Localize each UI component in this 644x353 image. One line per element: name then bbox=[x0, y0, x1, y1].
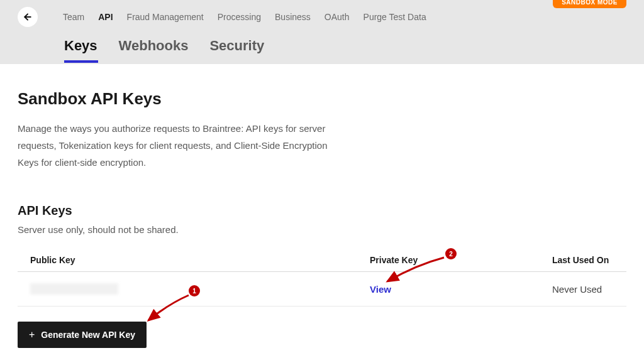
nav-fraud-management[interactable]: Fraud Management bbox=[127, 12, 204, 22]
annotation-arrow-2 bbox=[381, 254, 449, 285]
annotation-badge-1: 1 bbox=[189, 285, 200, 296]
page-title: Sandbox API Keys bbox=[18, 89, 626, 109]
annotation-arrow-1 bbox=[143, 291, 192, 324]
generate-button-label: Generate New API Key bbox=[41, 330, 135, 340]
top-bar: SANDBOX MODE Team API Fraud Management P… bbox=[0, 0, 644, 64]
table-header: Public Key Private Key Last Used On bbox=[18, 249, 626, 272]
public-key-cell bbox=[30, 283, 370, 295]
sandbox-mode-badge: SANDBOX MODE bbox=[553, 0, 626, 8]
main-content: Sandbox API Keys Manage the ways you aut… bbox=[0, 64, 644, 348]
api-keys-subtitle: Server use only, should not be shared. bbox=[18, 224, 626, 235]
sub-tabs: Keys Webhooks Security bbox=[18, 29, 626, 64]
annotation-badge-2: 2 bbox=[445, 248, 457, 259]
nav-purge-test-data[interactable]: Purge Test Data bbox=[364, 12, 426, 22]
private-key-cell: View bbox=[370, 284, 552, 295]
tab-keys[interactable]: Keys bbox=[64, 38, 97, 54]
back-button[interactable] bbox=[18, 7, 38, 27]
table-row: View Never Used bbox=[18, 272, 626, 307]
nav-oauth[interactable]: OAuth bbox=[325, 12, 350, 22]
nav-business[interactable]: Business bbox=[275, 12, 311, 22]
arrow-left-icon bbox=[23, 12, 33, 22]
nav-processing[interactable]: Processing bbox=[218, 12, 261, 22]
nav-team[interactable]: Team bbox=[63, 12, 84, 22]
api-keys-table: Public Key Private Key Last Used On View… bbox=[18, 249, 626, 307]
nav-api[interactable]: API bbox=[98, 12, 113, 22]
page-description: Manage the ways you authorize requests t… bbox=[18, 120, 345, 171]
api-keys-section-title: API Keys bbox=[18, 204, 626, 218]
tab-security[interactable]: Security bbox=[209, 38, 264, 54]
tab-webhooks[interactable]: Webhooks bbox=[119, 38, 189, 54]
top-nav: Team API Fraud Management Processing Bus… bbox=[18, 5, 626, 29]
column-public-key: Public Key bbox=[30, 255, 370, 265]
last-used-cell: Never Used bbox=[552, 284, 614, 295]
generate-new-api-key-button[interactable]: + Generate New API Key bbox=[18, 322, 147, 348]
view-private-key-link[interactable]: View bbox=[370, 284, 391, 295]
column-last-used: Last Used On bbox=[552, 255, 614, 265]
public-key-redacted bbox=[30, 283, 118, 295]
plus-icon: + bbox=[29, 329, 35, 340]
